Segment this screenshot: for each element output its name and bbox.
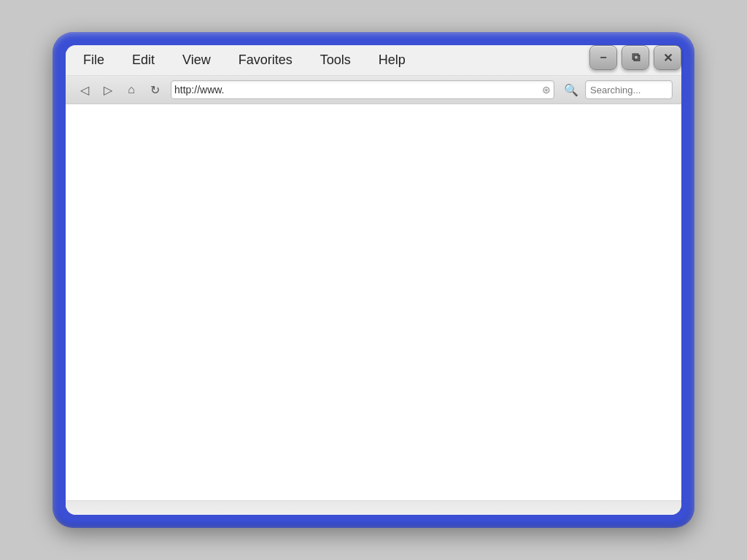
search-magnifier-button[interactable]: 🔍 (562, 80, 581, 99)
menu-tools[interactable]: Tools (317, 51, 354, 69)
menu-favorites[interactable]: Favorites (236, 51, 295, 69)
menu-file[interactable]: File (80, 51, 107, 69)
status-bar (66, 500, 681, 515)
browser-inner: File Edit View Favorites Tools Help ◁ ▷ … (66, 45, 681, 515)
forward-button[interactable]: ▷ (98, 80, 118, 99)
close-button[interactable]: ✕ (654, 45, 681, 70)
search-input[interactable] (590, 85, 667, 96)
toolbar: ◁ ▷ ⌂ ↻ ⊛ 🔍 (66, 76, 681, 104)
menu-view[interactable]: View (179, 51, 214, 69)
back-button[interactable]: ◁ (74, 80, 95, 99)
minimize-button[interactable]: − (589, 45, 617, 70)
rss-icon: ⊛ (542, 84, 551, 96)
menu-edit[interactable]: Edit (129, 51, 158, 69)
content-area (66, 104, 681, 500)
browser-window: − ⧉ ✕ File Edit View Favorites Tools Hel… (53, 32, 694, 528)
menu-help[interactable]: Help (376, 51, 409, 69)
address-input[interactable] (174, 84, 541, 96)
search-box[interactable] (585, 80, 673, 99)
home-button[interactable]: ⌂ (121, 80, 142, 99)
title-bar-controls: − ⧉ ✕ (589, 45, 681, 70)
address-bar[interactable]: ⊛ (171, 80, 554, 99)
restore-button[interactable]: ⧉ (622, 45, 649, 70)
refresh-button[interactable]: ↻ (144, 80, 165, 99)
